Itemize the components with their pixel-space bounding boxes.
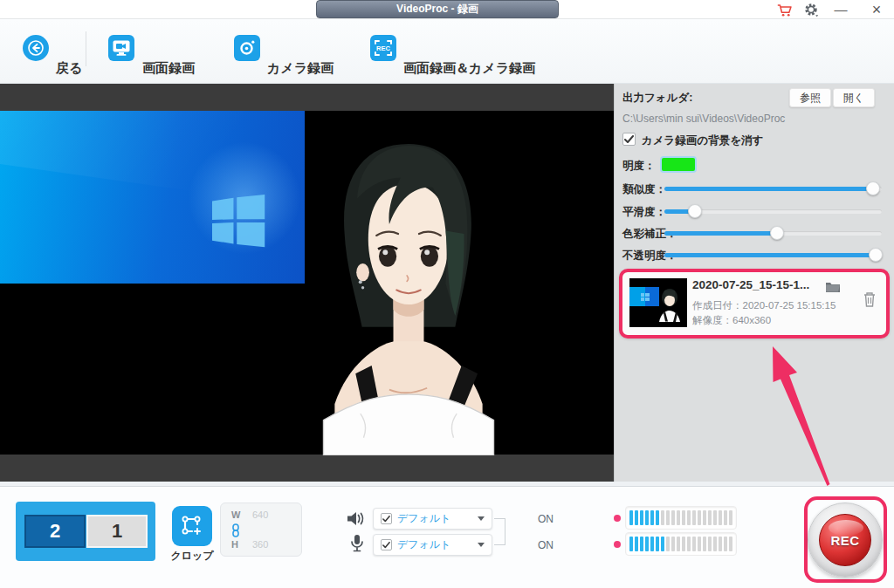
windows-logo (212, 194, 268, 250)
width-label: W (231, 509, 240, 520)
toolbar: 戻る 画面録画 カメラ録画 (0, 19, 894, 84)
recording-thumbnail (629, 278, 687, 327)
speaker-device-select[interactable]: デフォルト (373, 508, 492, 530)
similarity-label: 類似度： (622, 182, 666, 197)
chevron-down-icon (478, 516, 485, 521)
browse-button[interactable]: 参照 (789, 88, 831, 107)
checkbox-box (622, 133, 636, 146)
height-value[interactable]: 360 (252, 539, 268, 550)
open-folder-icon[interactable] (825, 280, 841, 293)
close-button[interactable]: × (863, 0, 891, 19)
bracket-line (494, 544, 505, 545)
title-bar: VideoProc - 録画 — × (0, 0, 894, 19)
brightness-label: 明度： (622, 159, 656, 174)
mic-device-select[interactable]: デフォルト (373, 534, 492, 556)
speaker-level-dot (614, 515, 621, 522)
monitor-selector: 2 1 (16, 502, 155, 561)
svg-text:REC: REC (376, 44, 390, 52)
mic-level-dot (614, 541, 621, 548)
smoothness-label: 平滑度： (622, 205, 666, 220)
screen-capture-preview (0, 111, 305, 284)
back-arrow-icon (23, 35, 49, 61)
aspect-link-icon[interactable] (230, 523, 241, 537)
width-value[interactable]: 640 (252, 509, 268, 520)
tab-screen-camera-record-label: 画面録画＆カメラ録画 (403, 60, 535, 77)
mic-device-value: デフォルト (397, 537, 472, 552)
brightness-color-swatch[interactable] (660, 156, 697, 173)
speaker-icon (347, 510, 366, 527)
recorded-file-item[interactable]: 2020-07-25_15-15-1... 作成日付：2020-07-25 15… (619, 269, 890, 338)
tab-camera-record-label: カメラ録画 (267, 60, 334, 77)
output-folder-label: 出力フォルダ: (622, 91, 692, 106)
camera-record-icon (234, 35, 260, 61)
close-icon: × (872, 0, 882, 19)
delete-recording-icon[interactable] (863, 291, 877, 308)
crop-label: クロップ (166, 549, 218, 564)
screen-camera-record-icon: REC (370, 35, 396, 61)
mic-enabled-checkbox[interactable] (381, 539, 392, 550)
slider-thumb[interactable] (866, 181, 880, 195)
slider-thumb[interactable] (770, 226, 784, 240)
speaker-on-status: ON (528, 513, 563, 525)
speaker-enabled-checkbox[interactable] (381, 513, 392, 524)
recording-preview (0, 84, 614, 482)
recording-control-bar: 2 1 クロップ W 640 H 360 (0, 486, 894, 588)
microphone-icon (350, 534, 364, 553)
output-path: C:\Users\min sui\Videos\VideoProc (622, 113, 785, 125)
back-label: 戻る (56, 60, 82, 77)
recording-filename: 2020-07-25_15-15-1... (692, 278, 809, 291)
remove-background-label: カメラ録画の背景を消す (642, 133, 763, 148)
preview-letterbox-top (0, 84, 614, 111)
monitor-2-button[interactable]: 2 (24, 515, 86, 548)
preview-letterbox-bottom (0, 455, 614, 482)
slider-thumb[interactable] (688, 204, 702, 218)
screen-record-icon (108, 35, 134, 61)
speaker-device-value: デフォルト (397, 511, 472, 526)
camera-avatar-preview (304, 134, 513, 455)
speaker-level-meter (625, 506, 737, 530)
mic-on-status: ON (528, 539, 563, 551)
mic-level-meter (625, 532, 737, 556)
cart-button[interactable] (773, 0, 795, 19)
crop-icon (180, 514, 204, 538)
videoproc-window: VideoProc - 録画 — × (0, 0, 894, 588)
height-label: H (231, 539, 238, 550)
window-title: VideoProc - 録画 (316, 0, 559, 18)
minimize-button[interactable]: — (828, 0, 854, 19)
recording-resolution: 解像度：640x360 (692, 314, 771, 327)
gear-icon (804, 3, 819, 17)
open-button[interactable]: 開く (833, 88, 875, 107)
minimize-icon: — (835, 0, 848, 19)
bracket-line (505, 518, 505, 545)
dimensions-panel: W 640 H 360 (220, 503, 302, 557)
monitor-1-button[interactable]: 1 (86, 515, 148, 548)
chevron-down-icon (478, 543, 485, 547)
crop-button[interactable] (172, 506, 212, 546)
bracket-line (494, 518, 505, 519)
rec-label: REC (830, 533, 859, 548)
toolbar-divider (86, 31, 86, 66)
annotation-arrow (754, 341, 885, 486)
settings-button[interactable] (800, 0, 822, 19)
rec-button[interactable]: REC (808, 503, 883, 578)
settings-sidebar: 出力フォルダ: 参照 開く C:\Users\min sui\Videos\Vi… (614, 84, 894, 482)
tab-screen-record-label: 画面録画 (142, 60, 195, 77)
rec-button-face: REC (819, 514, 871, 566)
slider-thumb[interactable] (869, 248, 883, 262)
cart-icon (776, 3, 792, 17)
recording-created-date: 作成日付：2020-07-25 15:15:15 (692, 299, 836, 312)
